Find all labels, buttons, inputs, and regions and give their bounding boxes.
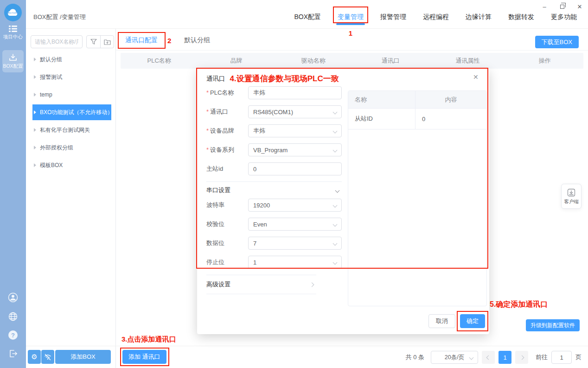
rail-item-label: 项目中心 bbox=[3, 34, 23, 40]
restore-button[interactable] bbox=[557, 2, 567, 11]
column-port-props: 通讯属性 bbox=[429, 57, 506, 65]
help-icon[interactable]: ? bbox=[0, 330, 26, 340]
field-label: 数据位 bbox=[206, 239, 248, 247]
field-label: *设备系列 bbox=[206, 146, 248, 154]
exit-icon[interactable] bbox=[0, 349, 26, 358]
field-master-id: 主站id bbox=[206, 162, 342, 175]
user-icon[interactable] bbox=[0, 292, 26, 303]
cancel-button[interactable]: 取消 bbox=[428, 314, 455, 328]
master-id-input[interactable] bbox=[248, 162, 342, 175]
nav-remote-programming[interactable]: 远程编程 bbox=[423, 10, 449, 23]
chevron-down-icon bbox=[333, 260, 338, 265]
baud-rate-select[interactable]: 19200 bbox=[248, 199, 342, 212]
select-value: RS485(COM1) bbox=[253, 109, 293, 116]
port-config-dialog: 通讯口 4.设置通信参数与现场PLC一致 ✕ *PLC名称 *通讯口 RS485… bbox=[197, 69, 489, 334]
chevron-down-icon bbox=[333, 148, 338, 153]
field-data-bits: 数据位 7 bbox=[206, 237, 342, 250]
group-template-box[interactable]: 模板BOX bbox=[32, 157, 111, 173]
column-content: 内容 bbox=[415, 96, 486, 104]
group-external-auth[interactable]: 外部授权分组 bbox=[32, 140, 111, 155]
minimize-button[interactable]: – bbox=[540, 2, 549, 11]
nav-variable-management[interactable]: 变量管理 1 bbox=[338, 10, 364, 23]
nav-alarm-management[interactable]: 报警管理 bbox=[380, 10, 406, 23]
field-plc-name: *PLC名称 bbox=[206, 86, 342, 99]
add-box-button[interactable]: 添加BOX bbox=[55, 350, 111, 364]
field-label: *PLC名称 bbox=[206, 89, 248, 97]
page-size-select[interactable]: 20条/页 bbox=[431, 351, 478, 364]
logo-text: Box Config bbox=[4, 12, 22, 14]
required-mark: * bbox=[206, 89, 209, 96]
data-bits-select[interactable]: 7 bbox=[248, 237, 342, 250]
chevron-down-icon bbox=[333, 129, 338, 134]
upgrade-config-button[interactable]: 升级到新配置软件 bbox=[526, 319, 580, 331]
chevron-left-icon bbox=[486, 355, 491, 360]
section-label: 串口设置 bbox=[206, 186, 230, 194]
caret-right-icon bbox=[34, 110, 36, 114]
plc-name-input[interactable] bbox=[248, 86, 342, 99]
group-temp[interactable]: temp bbox=[32, 87, 111, 103]
goto-label: 前往 bbox=[536, 353, 548, 362]
field-device-series: *设备系列 VB_Program bbox=[206, 143, 342, 156]
annotation-step2: 2 bbox=[167, 37, 171, 45]
parity-select[interactable]: Even bbox=[248, 218, 342, 231]
stop-bits-select[interactable]: 1 bbox=[248, 256, 342, 269]
chevron-down-icon bbox=[333, 203, 338, 208]
dialog-close-icon[interactable]: ✕ bbox=[473, 73, 479, 81]
app-logo[interactable]: Box Config bbox=[4, 4, 22, 21]
required-mark: * bbox=[206, 127, 209, 134]
nav-more-functions[interactable]: 更多功能 bbox=[551, 10, 577, 23]
rail-item-box-config[interactable]: BOX配置 bbox=[2, 50, 24, 72]
filter-button[interactable] bbox=[87, 36, 100, 48]
current-page-button[interactable]: 1 bbox=[499, 351, 511, 364]
dialog-header: 通讯口 4.设置通信参数与现场PLC一致 bbox=[206, 73, 339, 84]
add-port-button[interactable]: 添加 通讯口 bbox=[122, 350, 166, 364]
chevron-right-icon bbox=[519, 355, 524, 360]
nav-label: 变量管理 bbox=[338, 13, 364, 20]
prev-page-button[interactable] bbox=[482, 351, 495, 364]
group-default[interactable]: 默认分组 bbox=[32, 52, 111, 67]
port-select[interactable]: RS485(COM1) bbox=[248, 105, 342, 118]
folder-plus-icon bbox=[104, 39, 111, 45]
group-alarm-test[interactable]: 报警测试 bbox=[32, 69, 111, 85]
tab-port-config[interactable]: 通讯口配置 bbox=[121, 34, 161, 46]
globe-icon[interactable] bbox=[0, 312, 26, 321]
next-page-button[interactable] bbox=[515, 351, 528, 364]
total-count: 共 0 条 bbox=[406, 353, 424, 362]
download-to-box-button[interactable]: 下载至BOX bbox=[535, 36, 579, 48]
goto-page-input[interactable] bbox=[551, 351, 572, 364]
add-port-label: 添加 通讯口 bbox=[128, 353, 160, 360]
close-button[interactable]: ✕ bbox=[575, 2, 584, 11]
select-value: 1 bbox=[253, 259, 256, 266]
nav-edge-computing[interactable]: 边缘计算 bbox=[466, 10, 492, 23]
rail-item-project-center[interactable]: 项目中心 bbox=[0, 26, 26, 40]
main-bottom-bar: 添加 通讯口 共 0 条 20条/页 1 前往 页 bbox=[116, 346, 588, 368]
chevron-down-icon bbox=[333, 222, 338, 227]
box-search-input[interactable] bbox=[31, 35, 83, 48]
group-bxo-function-test[interactable]: BXO功能测试（不允许移动） bbox=[32, 104, 111, 120]
nav-data-forwarding[interactable]: 数据转发 bbox=[508, 10, 534, 23]
wifi-off-button[interactable] bbox=[41, 350, 54, 364]
page-size-value: 20条/页 bbox=[445, 354, 464, 362]
restore-icon bbox=[560, 5, 564, 9]
nav-box-config[interactable]: BOX配置 bbox=[294, 10, 321, 23]
settings-button[interactable]: ⚙ bbox=[28, 350, 41, 364]
wifi-off-icon bbox=[44, 354, 51, 361]
caret-right-icon bbox=[34, 146, 36, 149]
group-label: temp bbox=[40, 91, 52, 98]
group-label: 外部授权分组 bbox=[40, 144, 73, 152]
caret-right-icon bbox=[34, 163, 36, 167]
confirm-button[interactable]: 确定 bbox=[460, 314, 485, 328]
advanced-settings-section[interactable]: 高级设置 bbox=[206, 275, 316, 294]
client-download-widget[interactable]: 客户端 bbox=[561, 184, 582, 209]
device-series-select[interactable]: VB_Program bbox=[248, 143, 342, 156]
serial-settings-section[interactable]: 串口设置 bbox=[206, 181, 342, 199]
add-group-button[interactable] bbox=[100, 36, 114, 48]
group-private-platform-test[interactable]: 私有化平台测试网关 bbox=[32, 122, 111, 138]
group-label: 默认分组 bbox=[40, 56, 62, 64]
device-brand-select[interactable]: 丰炜 bbox=[248, 124, 342, 137]
list-icon bbox=[9, 26, 17, 32]
column-actions: 操作 bbox=[506, 57, 583, 65]
field-label: 校验位 bbox=[206, 220, 248, 228]
tab-default-group[interactable]: 默认分组 bbox=[184, 36, 210, 45]
chevron-right-icon bbox=[310, 282, 314, 287]
